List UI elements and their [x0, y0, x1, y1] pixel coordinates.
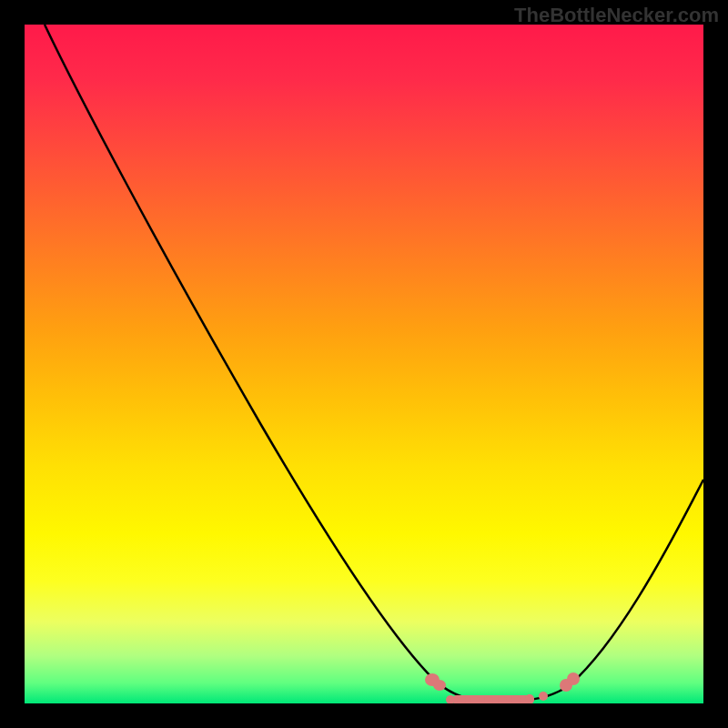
plot-area: [25, 25, 703, 703]
svg-point-9: [525, 694, 534, 703]
svg-point-12: [567, 672, 580, 685]
chart-container: TheBottleNecker.com: [0, 0, 728, 728]
attribution-label: TheBottleNecker.com: [514, 4, 719, 27]
highlight-band: [425, 672, 580, 703]
curve-layer: [25, 25, 703, 703]
svg-point-1: [433, 680, 446, 691]
svg-point-3: [446, 695, 455, 703]
bottleneck-curve: [45, 25, 703, 702]
svg-point-10: [539, 692, 548, 701]
